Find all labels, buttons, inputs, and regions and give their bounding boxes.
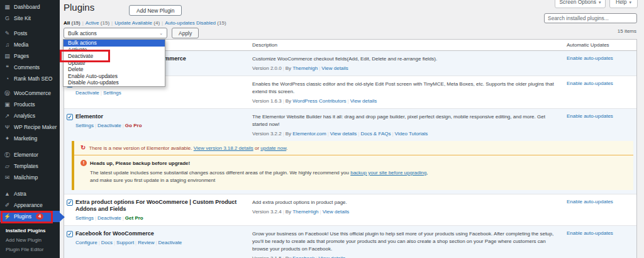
search-input[interactable] xyxy=(544,13,637,23)
dropdown-option-activate[interactable]: Activate xyxy=(64,47,165,53)
docs-link[interactable]: Docs xyxy=(101,240,113,245)
go-pro-link[interactable]: Go Pro xyxy=(125,123,142,128)
sidebar-item-woocommerce[interactable]: ⓌWooCommerce xyxy=(0,87,60,99)
sidebar-item-wp-recipe-maker[interactable]: ΨWP Recipe Maker xyxy=(0,121,60,133)
sidebar-item-rank-math-seo[interactable]: ◔Rank Math SEO xyxy=(0,73,60,84)
plugin-actions: ConfigureDocsSupportReviewDeactivate xyxy=(75,240,252,246)
settings-link[interactable]: Settings xyxy=(75,215,94,221)
row-checkbox[interactable]: ✓ xyxy=(67,114,73,120)
plugin-name: Facebook for WooCommerce xyxy=(75,230,252,237)
view-details-link[interactable]: View details xyxy=(350,98,377,104)
items-count: 15 items xyxy=(618,28,636,34)
view-version-details-link[interactable]: View version 3.18.2 details xyxy=(194,145,253,151)
enable-auto-updates-link[interactable]: Enable auto-updates xyxy=(567,113,613,119)
deactivate-link[interactable]: Deactivate xyxy=(158,240,182,245)
dropdown-option-delete[interactable]: Delete xyxy=(64,66,165,73)
sidebar-item-dashboard[interactable]: ▦Dashboard xyxy=(0,1,60,13)
deactivate-link[interactable]: Deactivate xyxy=(97,123,121,128)
sidebar-item-comments[interactable]: ❝Comments xyxy=(0,62,60,73)
warning-icon: ! xyxy=(80,160,87,166)
help-button[interactable]: Help▾ xyxy=(609,0,638,8)
plugin-actions: SettingsDeactivateGo Pro xyxy=(75,123,252,129)
enable-auto-updates-link[interactable]: Enable auto-updates xyxy=(567,230,613,236)
deactivate-link[interactable]: Deactivate xyxy=(97,215,121,221)
video-tutorials-link[interactable]: Video Tutorials xyxy=(395,131,428,137)
submenu-installed-plugins[interactable]: Installed Plugins xyxy=(0,226,60,235)
screen-options-label: Screen Options xyxy=(559,0,596,5)
configure-link[interactable]: Configure xyxy=(75,240,97,245)
sidebar-item-posts[interactable]: ✎Posts xyxy=(0,28,60,39)
sidebar-item-label: Rank Math SEO xyxy=(14,76,52,82)
sidebar-item-templates[interactable]: ▱Templates xyxy=(0,160,60,172)
sidebar-item-label: Posts xyxy=(14,30,27,36)
submenu-add-new-plugin[interactable]: Add New Plugin xyxy=(0,235,60,245)
apply-button[interactable]: Apply xyxy=(172,28,199,38)
enable-auto-updates-link[interactable]: Enable auto-updates xyxy=(567,55,613,61)
settings-link[interactable]: Settings xyxy=(103,90,121,96)
submenu-plugin-file-editor[interactable]: Plugin File Editor xyxy=(0,245,60,254)
sidebar-item-mailchimp[interactable]: ✉Mailchimp xyxy=(0,172,60,183)
author-link[interactable]: Themehigh xyxy=(292,65,318,71)
enable-auto-updates-link[interactable]: Enable auto-updates xyxy=(567,81,613,86)
bulk-actions-dropdown-list: Bulk actions Activate Deactivate Update … xyxy=(63,39,165,87)
sitekit-icon: G xyxy=(4,15,11,21)
dropdown-option-bulk-actions[interactable]: Bulk actions xyxy=(64,40,165,47)
add-new-plugin-button[interactable]: Add New Plugin xyxy=(129,5,182,16)
sidebar-item-label: Site Kit xyxy=(14,15,31,21)
recipe-icon: Ψ xyxy=(4,124,11,130)
author-link[interactable]: Facebook xyxy=(292,255,314,258)
table-row: ✓ Extra product options For WooCommerce … xyxy=(64,194,636,226)
enable-auto-updates-link[interactable]: Enable auto-updates xyxy=(567,199,613,205)
sidebar-item-pages[interactable]: ▤Pages xyxy=(0,50,60,62)
plugin-description: Enables the WordPress classic editor and… xyxy=(252,81,567,96)
plugins-submenu: Installed Plugins Add New Plugin Plugin … xyxy=(0,226,60,254)
view-details-link[interactable]: View details xyxy=(323,209,350,215)
sidebar-item-marketing[interactable]: ✦Marketing xyxy=(0,133,60,144)
sidebar-item-elementor[interactable]: ⒺElementor xyxy=(0,149,60,160)
settings-link[interactable]: Settings xyxy=(75,123,94,128)
deactivate-link[interactable]: Deactivate xyxy=(75,90,99,96)
row-checkbox[interactable]: ✓ xyxy=(67,199,73,206)
update-now-link[interactable]: update now xyxy=(260,145,286,151)
sidebar-item-plugins[interactable]: ⚡Plugins4 xyxy=(0,211,60,222)
screen-options-button[interactable]: Screen Options▾ xyxy=(555,0,606,8)
row-checkbox[interactable]: ✓ xyxy=(67,231,73,237)
docs-faqs-link[interactable]: Docs & FAQs xyxy=(360,131,391,137)
dropdown-option-enable-auto-updates[interactable]: Enable Auto-updates xyxy=(64,73,165,80)
filter-active[interactable]: Active (15) xyxy=(86,20,109,26)
plugin-description: Grow your business on Facebook! Use this… xyxy=(252,230,567,253)
sidebar-item-media[interactable]: ♫Media xyxy=(0,39,60,50)
elementor-update-notice-row: ↻ There is a new version of Elementor av… xyxy=(64,141,636,194)
filter-autoupdates-disabled[interactable]: Auto-updates Disabled (15) xyxy=(165,20,226,26)
dropdown-option-update[interactable]: Update xyxy=(64,60,165,67)
plugin-meta: Version 3.2.4By ThemeHighView details xyxy=(252,209,567,215)
get-pro-link[interactable]: Get Pro xyxy=(125,215,143,221)
support-link[interactable]: Support xyxy=(116,240,134,245)
sidebar-item-site-kit[interactable]: GSite Kit xyxy=(0,13,60,24)
sidebar-item-label: Elementor xyxy=(14,152,38,158)
filter-all[interactable]: All (15) xyxy=(64,20,80,26)
backup-site-link[interactable]: backup your site before upgrading xyxy=(350,170,426,176)
plugin-actions: SettingsDeactivateGet Pro xyxy=(75,215,252,222)
plugin-meta: Version 3.1.5By FacebookView details xyxy=(252,255,567,258)
author-link[interactable]: Elementor.com xyxy=(292,131,326,137)
sidebar-item-label: Analytics xyxy=(14,113,35,119)
view-details-link[interactable]: View details xyxy=(319,255,346,258)
sidebar-item-astra[interactable]: ▲Astra xyxy=(0,188,60,199)
sidebar-item-label: Templates xyxy=(14,163,38,169)
plugin-name: Elementor xyxy=(75,113,252,120)
author-link[interactable]: WordPress Contributors xyxy=(292,98,346,104)
dropdown-option-disable-auto-updates[interactable]: Disable Auto-updates xyxy=(64,79,165,86)
view-details-link[interactable]: View details xyxy=(321,65,348,71)
sidebar-item-products[interactable]: ▣Products xyxy=(0,99,60,110)
posts-icon: ✎ xyxy=(4,30,11,36)
view-details-link[interactable]: View details xyxy=(330,131,357,137)
author-link[interactable]: ThemeHigh xyxy=(292,209,318,215)
help-label: Help xyxy=(616,0,626,5)
review-link[interactable]: Review xyxy=(138,240,154,245)
sidebar-item-analytics[interactable]: ↗Analytics xyxy=(0,110,60,121)
filter-update-available[interactable]: Update Available (4) xyxy=(114,20,160,26)
sidebar-item-appearance[interactable]: ✐Appearance xyxy=(0,199,60,211)
dropdown-option-deactivate[interactable]: Deactivate xyxy=(64,53,165,60)
bulk-actions-select[interactable]: Bulk actions ⌄ xyxy=(64,28,167,38)
